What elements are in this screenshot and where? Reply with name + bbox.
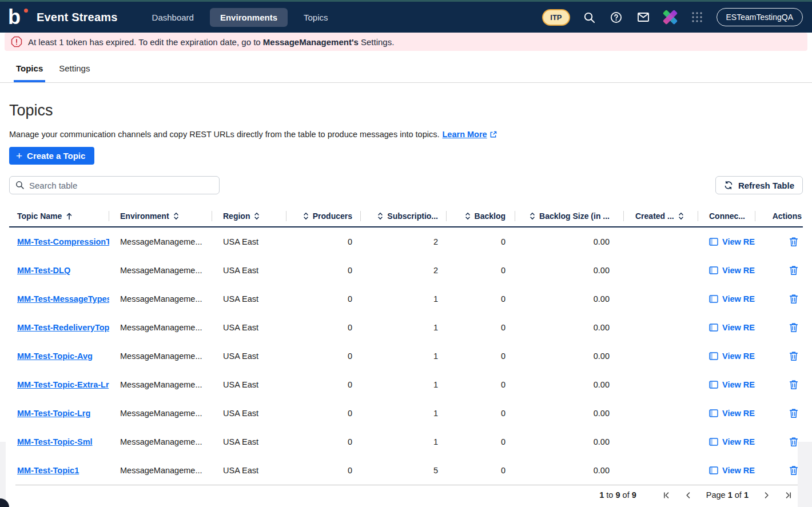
nav-topics[interactable]: Topics [293, 8, 339, 27]
topic-name-cell: MM-Test-Topic-Lrg [9, 399, 109, 428]
sort-both-icon [173, 211, 179, 221]
view-rest-urls-link[interactable]: View RES [709, 409, 755, 418]
boomi-atom-icon[interactable] [663, 10, 678, 25]
subscriptions-cell: 5 [361, 456, 447, 485]
app-grid-icon[interactable] [690, 10, 704, 25]
learn-more-link[interactable]: Learn More [443, 130, 497, 139]
col-actions: Actions [755, 206, 803, 226]
page-indicator: Page 1 of 1 [706, 490, 749, 500]
view-rest-urls-link[interactable]: View RES [709, 323, 755, 332]
created-cell [624, 456, 698, 485]
topic-name-link[interactable]: MM-Test-Topic-Avg [17, 352, 93, 361]
view-rest-urls-link[interactable]: View RES [709, 380, 755, 389]
actions-cell [755, 256, 803, 285]
mail-icon[interactable] [636, 10, 651, 25]
search-icon[interactable] [582, 10, 597, 25]
view-rest-urls-link[interactable]: View RES [709, 237, 755, 246]
backlog-size-cell: 0.00 [515, 256, 624, 285]
last-page-button[interactable] [785, 492, 792, 499]
topic-name-link[interactable]: MM-Test-CompressionTo [17, 237, 109, 246]
backlog-cell: 0 [447, 370, 515, 399]
col-backlog-size[interactable]: Backlog Size (in ... [515, 206, 624, 226]
subscriptions-cell: 1 [361, 342, 447, 370]
col-connections[interactable]: Connec... [698, 206, 755, 226]
producers-cell: 0 [286, 399, 361, 428]
topic-name-link[interactable]: MM-Test-RedeliveryTopi [17, 323, 109, 332]
pager-controls: Page 1 of 1 [663, 490, 792, 500]
delete-topic-button[interactable] [789, 265, 798, 276]
producers-cell: 0 [286, 227, 361, 256]
connections-cell: View RES [698, 256, 755, 285]
view-rest-urls-link[interactable]: View RES [709, 266, 755, 275]
first-page-button[interactable] [663, 492, 670, 499]
tab-topics[interactable]: Topics [14, 63, 45, 82]
environment-cell: MessageManageme... [109, 313, 212, 342]
delete-topic-button[interactable] [789, 465, 798, 476]
search-input[interactable] [9, 176, 220, 194]
delete-topic-button[interactable] [789, 351, 798, 361]
environment-badge[interactable]: ITP [542, 9, 570, 26]
subscriptions-cell: 1 [361, 285, 447, 313]
search-table-icon [15, 180, 25, 190]
connections-cell: View RES [698, 227, 755, 256]
topic-name-link[interactable]: MM-Test-MessageTypes [17, 294, 109, 304]
col-created[interactable]: Created ... [624, 206, 698, 226]
backlog-size-cell: 0.00 [515, 227, 624, 256]
topic-name-link[interactable]: MM-Test-Topic1 [17, 466, 79, 475]
region-cell: USA East [212, 313, 286, 342]
actions-cell [755, 227, 803, 256]
delete-topic-button[interactable] [789, 322, 798, 333]
col-subscriptions[interactable]: Subscriptio... [361, 206, 447, 226]
delete-topic-button[interactable] [789, 408, 798, 418]
actions-cell [755, 285, 803, 313]
first-page-icon [663, 492, 670, 499]
col-topic-name[interactable]: Topic Name [9, 206, 109, 226]
region-cell: USA East [212, 456, 286, 485]
delete-topic-button[interactable] [789, 294, 798, 304]
previous-page-button[interactable] [684, 492, 692, 499]
nav-environments[interactable]: Environments [210, 8, 288, 27]
view-rest-urls-link[interactable]: View RES [709, 294, 755, 304]
region-cell: USA East [212, 285, 286, 313]
col-environment[interactable]: Environment [109, 206, 212, 226]
warning-octagon-icon [11, 36, 22, 47]
nav-dashboard[interactable]: Dashboard [142, 8, 204, 27]
tab-settings[interactable]: Settings [57, 63, 92, 82]
topic-name-cell: MM-Test-Topic1 [9, 456, 109, 485]
floating-corner-button[interactable] [0, 498, 9, 507]
delete-topic-button[interactable] [789, 437, 798, 447]
view-rest-urls-link[interactable]: View RES [709, 466, 755, 475]
col-region[interactable]: Region [212, 206, 286, 226]
created-cell [624, 428, 698, 456]
environment-cell: MessageManageme... [109, 370, 212, 399]
view-rest-urls-link[interactable]: View RES [709, 437, 755, 446]
created-cell [624, 370, 698, 399]
view-rest-urls-link[interactable]: View RES [709, 352, 755, 361]
topic-name-cell: MM-Test-Topic-Avg [9, 342, 109, 370]
delete-topic-button[interactable] [789, 380, 798, 390]
side-panel-icon [709, 409, 718, 417]
side-panel-icon [709, 381, 718, 389]
next-page-button[interactable] [763, 492, 770, 499]
backlog-size-cell: 0.00 [515, 342, 624, 370]
topic-name-link[interactable]: MM-Test-Topic-Lrg [17, 409, 90, 418]
connections-cell: View RES [698, 285, 755, 313]
topic-name-link[interactable]: MM-Test-Topic-Extra-Lrg [17, 380, 109, 389]
delete-topic-button[interactable] [789, 237, 798, 247]
environment-cell: MessageManageme... [109, 456, 212, 485]
created-cell [624, 313, 698, 342]
col-backlog[interactable]: Backlog [447, 206, 515, 226]
brand: b Event Streams [8, 6, 118, 28]
topic-name-cell: MM-Test-CompressionTo [9, 227, 109, 256]
external-link-icon [489, 131, 497, 138]
environment-cell: MessageManageme... [109, 256, 212, 285]
topic-name-link[interactable]: MM-Test-Topic-Sml [17, 437, 93, 446]
account-button[interactable]: ESTeamTestingQA [717, 8, 803, 26]
trash-icon [789, 322, 798, 333]
topics-table: Topic Name Environment Region Producers … [9, 206, 803, 485]
topic-name-link[interactable]: MM-Test-DLQ [17, 266, 70, 275]
help-icon[interactable] [609, 10, 624, 25]
col-producers[interactable]: Producers [286, 206, 361, 226]
create-topic-button[interactable]: + Create a Topic [9, 147, 94, 165]
refresh-table-button[interactable]: Refresh Table [715, 176, 803, 194]
